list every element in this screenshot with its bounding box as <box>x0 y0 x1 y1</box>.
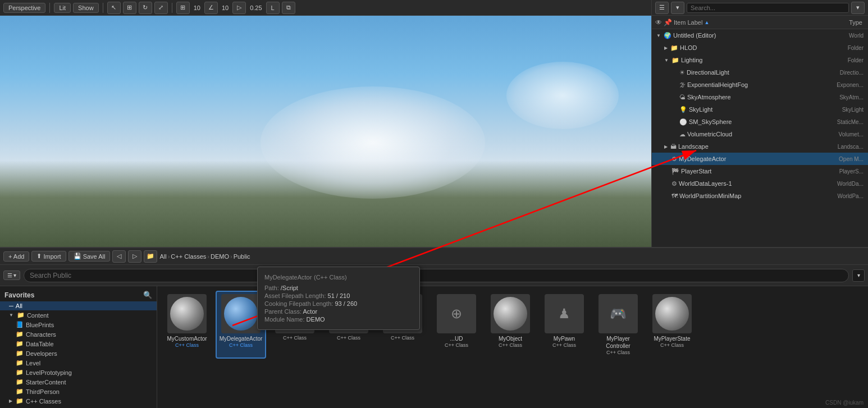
outliner-row-skylight[interactable]: 💡 SkyLight SkyLight <box>652 103 868 116</box>
row-icon: 📁 <box>670 44 678 52</box>
outliner-row-vol_cloud[interactable]: ☁ VolumetricCloud Volumet... <box>652 128 868 140</box>
outliner-row-landscape[interactable]: ▶ 🏔 Landscape Landsca... <box>652 140 868 153</box>
perspective-btn[interactable]: Perspective <box>3 3 45 13</box>
asset-item-my_player_state[interactable]: MyPlayerState C++ Class <box>647 291 697 359</box>
viewport[interactable] <box>0 0 651 247</box>
outliner-row-player_start[interactable]: 🏁 PlayerStart PlayerS... <box>652 165 868 177</box>
row-label-text: SM_SkySphere <box>689 118 732 125</box>
show-btn[interactable]: Show <box>73 3 99 13</box>
breadcrumb-item-cpp[interactable]: C++ Classes <box>171 253 206 260</box>
outliner-row-type: Exponen... <box>821 82 866 88</box>
breadcrumb-item-all[interactable]: All <box>159 253 166 260</box>
sidebar-search-btn[interactable]: 🔍 <box>143 291 152 299</box>
sub-folder-icon: 📁 <box>16 359 24 366</box>
outliner-row-world_part[interactable]: 🗺 WorldPartitionMiniMap WorldPa... <box>652 190 868 202</box>
tree-expand-arrow[interactable]: ▼ <box>656 33 661 38</box>
cursor-btn[interactable]: ↖ <box>107 2 121 14</box>
outliner-row-my_delegate[interactable]: ⚙ MyDelegateActor Open M... <box>652 153 868 165</box>
outliner-search-input[interactable] <box>687 3 849 13</box>
sidebar-sub-item-level[interactable]: 📁Level <box>0 358 157 368</box>
content-expand[interactable]: ▼ <box>9 313 13 318</box>
outliner-header: 👁 📌 Item Label ▲ Type <box>652 16 868 29</box>
cam-speed-btn[interactable]: ▷ <box>232 2 246 14</box>
sidebar-item-all[interactable]: ─All <box>0 301 157 310</box>
tree-expand-arrow[interactable]: ▶ <box>664 144 668 149</box>
snap-btn[interactable]: ⊞ <box>123 2 136 14</box>
asset-thumb: 🎮 <box>599 294 638 333</box>
tooltip-title: MyDelegateActor (C++ Class) <box>264 273 413 281</box>
outliner-row-sky_atm[interactable]: 🌤 SkyAtmosphere SkyAtm... <box>652 91 868 103</box>
outliner-row-untitled_editor[interactable]: ▼ 🌍 Untitled (Editor) World <box>652 29 868 42</box>
lit-label: Lit <box>59 4 66 11</box>
lod-btn[interactable]: L <box>266 2 280 14</box>
history-fwd-btn[interactable]: ▷ <box>128 250 141 263</box>
asset-item-my_player_ctrl[interactable]: 🎮 MyPlayer Controller C++ Class <box>593 291 643 359</box>
view-btn[interactable]: ⧉ <box>282 2 295 14</box>
row-label-text: VolumetricCloud <box>687 131 732 137</box>
asset-tooltip: MyDelegateActor (C++ Class) Path: /Scrip… <box>257 267 420 330</box>
outliner-row-sm_sky[interactable]: ⚪ SM_SkySphere StaticMe... <box>652 116 868 128</box>
asset-type-badge: C++ Class <box>606 350 630 355</box>
outliner-filter-btn[interactable]: ☰ <box>655 2 669 14</box>
outliner-row-world_data[interactable]: ⚙ WorldDataLayers-1 WorldDa... <box>652 177 868 190</box>
outliner-row-exp_fog[interactable]: 🌫 ExponentialHeightFog Exponen... <box>652 79 868 91</box>
asset-type-badge: C++ Class <box>175 342 199 348</box>
sidebar-sub-item-thirdperson[interactable]: 📁ThirdPerson <box>0 387 157 396</box>
history-back-btn[interactable]: ◁ <box>112 250 126 263</box>
outliner-row-lighting[interactable]: ▼ 📁 Lighting Folder <box>652 54 868 66</box>
asset-thumb <box>652 294 692 333</box>
lit-btn[interactable]: Lit <box>54 3 71 13</box>
sidebar-item-cpp-classes[interactable]: ▶📁C++ Classes <box>0 396 157 406</box>
outliner-settings-btn[interactable]: ▾ <box>671 2 684 14</box>
add-btn[interactable]: + Add <box>3 251 29 262</box>
sub-folder-icon: 📁 <box>16 340 24 347</box>
grid-btn[interactable]: ⊞ <box>176 2 190 14</box>
angle-btn[interactable]: ∠ <box>204 2 218 14</box>
sidebar-sub-item-blueprints[interactable]: 📘BluePrints <box>0 320 157 329</box>
asset-item-my_object[interactable]: MyObject C++ Class <box>485 291 536 359</box>
separator <box>49 3 50 13</box>
outliner-row-label: ▼ 📁 Lighting <box>654 57 821 64</box>
breadcrumb-item-public[interactable]: Public <box>234 253 250 260</box>
outliner-row-label: ☁ VolumetricCloud <box>654 131 821 138</box>
breadcrumb-sep: › <box>207 253 209 260</box>
outliner-row-type: StaticMe... <box>821 119 866 125</box>
asset-label: MyCustomActor <box>167 335 207 342</box>
sidebar-item-all-label: All <box>16 302 22 309</box>
sidebar-item-content[interactable]: ▼📁Content <box>0 310 157 320</box>
asset-item-my_hud2[interactable]: ⊕ ...UD C++ Class <box>431 291 482 359</box>
breadcrumb-item-demo[interactable]: DEMO <box>211 253 229 260</box>
search-input[interactable] <box>24 269 849 282</box>
outliner-row-hlod[interactable]: ▶ 📁 HLOD Folder <box>652 42 868 54</box>
viewport-toolbar: Perspective Lit Show ↖ ⊞ ↻ ⤢ ⊞ 10 ∠ 10 ▷… <box>0 0 651 16</box>
sidebar-sub-item-startercontent[interactable]: 📁StarterContent <box>0 377 157 387</box>
asset-type-badge: C++ Class <box>337 335 360 341</box>
cpp-folder-icon: 📁 <box>16 397 24 405</box>
outliner-row-label: ☀ DirectionalLight <box>654 69 821 76</box>
filter-options-btn[interactable]: ☰ ▾ <box>3 271 20 280</box>
tree-expand-arrow[interactable]: ▶ <box>664 45 668 51</box>
tree-expand-arrow[interactable]: ▼ <box>664 58 669 63</box>
sidebar-sub-item-developers[interactable]: 📁Developers <box>0 349 157 358</box>
asset-thumb: ♟ <box>545 294 584 333</box>
import-label: Import <box>43 253 61 260</box>
outliner-row-dir_light[interactable]: ☀ DirectionalLight Directio... <box>652 66 868 79</box>
import-btn[interactable]: ⬆ Import <box>31 251 66 262</box>
sub-folder-icon: 📁 <box>16 378 24 386</box>
asset-item-my_custom[interactable]: MyCustomActor C++ Class <box>162 291 212 359</box>
col-type-header[interactable]: Type <box>820 19 865 26</box>
outliner-dropdown[interactable]: ▾ <box>851 2 865 14</box>
folder-btn[interactable]: 📁 <box>144 250 157 263</box>
sidebar-sub-item-characters[interactable]: 📁Characters <box>0 329 157 339</box>
cpp-expand[interactable]: ▶ <box>9 398 12 404</box>
col-item-header[interactable]: 👁 📌 Item Label ▲ <box>655 19 820 26</box>
search-dropdown-btn[interactable]: ▾ <box>852 269 865 282</box>
save-all-btn[interactable]: 💾 Save All <box>68 251 111 262</box>
sidebar-sub-item-datatable[interactable]: 📁DataTable <box>0 339 157 349</box>
rotate-btn[interactable]: ↻ <box>139 2 152 14</box>
scale-btn[interactable]: ⤢ <box>154 2 168 14</box>
asset-item-my_pawn[interactable]: ♟ MyPawn C++ Class <box>539 291 590 359</box>
sub-item-label: Characters <box>26 331 56 338</box>
sidebar-sub-item-levelprot[interactable]: 📁LevelPrototyping <box>0 368 157 377</box>
tooltip-parent-val: Actor <box>303 308 317 315</box>
